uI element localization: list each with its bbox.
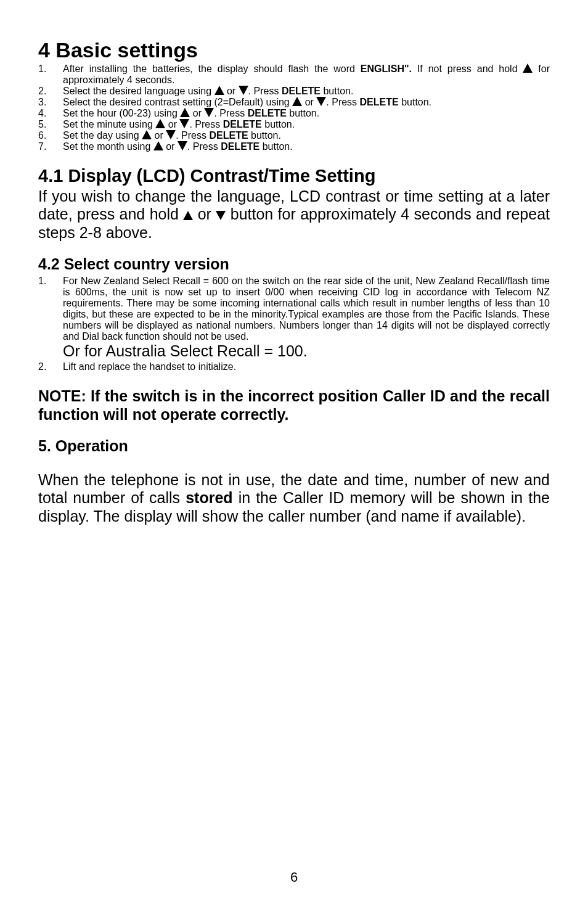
list-item: 6. Set the day using or . Press DELETE b… (38, 130, 550, 141)
list-item: 5. Set the minute using or . Press DELET… (38, 119, 550, 130)
list-number: 2. (38, 361, 63, 372)
text: . Press (189, 119, 223, 129)
note: NOTE: If the switch is in the incorrect … (38, 387, 550, 424)
text: If not press and hold (417, 64, 523, 74)
list-body: Set the hour (00-23) using or . Press DE… (63, 108, 550, 119)
list-number: 2. (38, 86, 63, 97)
triangle-up-icon (153, 141, 163, 150)
text-bold: DELETE (248, 108, 287, 118)
text: . Press (187, 141, 221, 152)
text: . Press (176, 130, 209, 141)
heading-text: Display (LCD) Contrast/Time Setting (63, 166, 375, 186)
list-body: Set the month using or . Press DELETE bu… (63, 141, 550, 152)
list-body: Select the desired language using or . P… (63, 86, 550, 97)
text: . Press (326, 97, 359, 107)
text-bold: DELETE (360, 97, 399, 107)
text: Select the desired contrast setting (2=D… (63, 97, 292, 107)
triangle-up-icon (523, 64, 533, 73)
page-number: 6 (0, 869, 588, 885)
heading-select-country: 4.2 Select country version (38, 255, 550, 273)
list-item: 7. Set the month using or . Press DELETE… (38, 141, 550, 152)
text: button. (287, 108, 319, 118)
text: Set the month using (63, 141, 153, 152)
heading-basic-settings: 4 Basic settings (38, 38, 550, 62)
triangle-down-icon (204, 108, 214, 117)
triangle-down-icon (216, 211, 226, 220)
text: Select the desired language using (63, 86, 214, 96)
text-bold: DELETE (221, 141, 259, 152)
text: or (224, 86, 239, 96)
list-body: Select the desired contrast setting (2=D… (63, 97, 550, 108)
list-body: After installing the batteries, the disp… (63, 64, 550, 86)
text: Set the day using (63, 130, 142, 141)
triangle-up-icon (155, 119, 165, 128)
list-number: 4. (38, 108, 63, 119)
triangle-up-icon (214, 86, 224, 95)
triangle-up-icon (292, 97, 302, 106)
list-number: 3. (38, 97, 63, 108)
list-body: Lift and replace the handset to initiali… (63, 361, 550, 372)
text-bold: stored (186, 489, 232, 506)
triangle-down-icon (239, 86, 248, 95)
text: button. (321, 86, 353, 96)
list-number: 5. (38, 119, 63, 130)
triangle-down-icon (179, 119, 189, 128)
heading-operation: 5. Operation (38, 437, 550, 455)
triangle-down-icon (166, 130, 176, 139)
text: button. (262, 119, 295, 129)
heading-display-contrast: 4.1 Display (LCD) Contrast/Time Setting (38, 166, 550, 186)
triangle-up-icon (183, 211, 193, 220)
text: Set the minute using (63, 119, 155, 129)
text: button. (259, 141, 292, 152)
text: Set the hour (00-23) using (63, 108, 180, 118)
list-item: 2. Lift and replace the handset to initi… (38, 361, 550, 372)
list-number: 6. (38, 130, 63, 141)
text: or (152, 130, 166, 141)
paragraph: When the telephone is not in use, the da… (38, 471, 550, 525)
text: or (302, 97, 316, 107)
text-bold: ENGLISH". (361, 64, 412, 74)
list-item: 4. Set the hour (00-23) using or . Press… (38, 108, 550, 119)
list-body: Set the day using or . Press DELETE butt… (63, 130, 550, 141)
triangle-up-icon (142, 130, 152, 139)
triangle-up-icon (180, 108, 190, 117)
triangle-down-icon (178, 141, 187, 150)
list-number: 1. (38, 276, 63, 342)
paragraph: If you wish to change the language, LCD … (38, 187, 550, 242)
text: button. (248, 130, 281, 141)
text-bold: DELETE (209, 130, 248, 141)
text: or (190, 108, 204, 118)
text-bold: DELETE (282, 86, 321, 96)
list-body: Set the minute using or . Press DELETE b… (63, 119, 550, 130)
page: 4 Basic settings 1. After installing the… (0, 0, 588, 915)
list-item: 1. For New Zealand Select Recall = 600 o… (38, 276, 550, 342)
text: or (165, 119, 179, 129)
list-number: 7. (38, 141, 63, 152)
list-item: 3. Select the desired contrast setting (… (38, 97, 550, 108)
text: or (163, 141, 178, 152)
text: After installing the batteries, the disp… (63, 64, 361, 74)
list-body: For New Zealand Select Recall = 600 on t… (63, 276, 550, 342)
text: . Press (214, 108, 247, 118)
text: button. (399, 97, 431, 107)
text: or (193, 205, 216, 223)
text: . Press (248, 86, 282, 96)
section-number: 4.1 (38, 166, 63, 186)
list-item: 1. After installing the batteries, the d… (38, 64, 550, 86)
list-item: 2. Select the desired language using or … (38, 86, 550, 97)
list-number: 1. (38, 64, 63, 86)
text-indented: Or for Australia Select Recall = 100. (63, 342, 550, 360)
triangle-down-icon (316, 97, 326, 106)
text-bold: DELETE (223, 119, 262, 129)
